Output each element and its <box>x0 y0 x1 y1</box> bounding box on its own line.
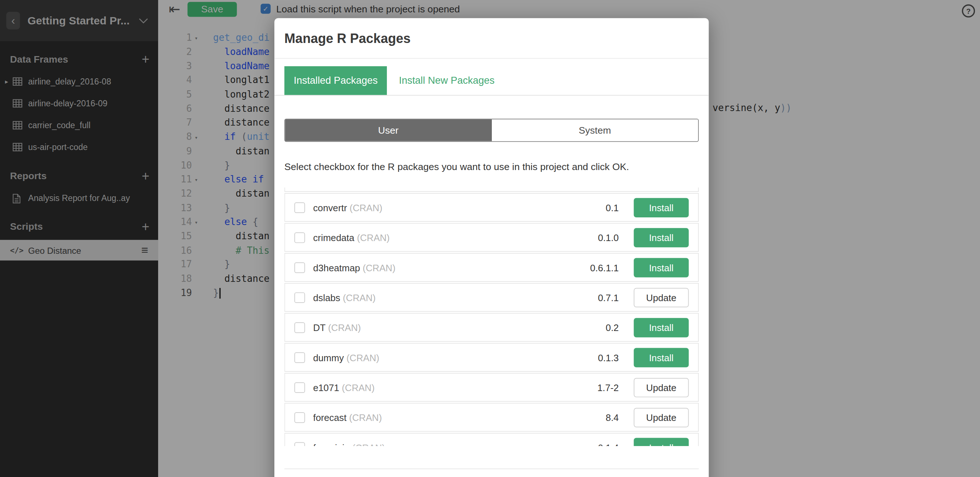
package-action-button[interactable]: Install <box>634 348 689 367</box>
package-repo: (CRAN) <box>347 352 379 363</box>
instruction-text: Select checkbox for the R packages you w… <box>285 161 699 173</box>
package-version: 0.6.1.1 <box>590 262 619 273</box>
scope-user-button[interactable]: User <box>285 119 492 141</box>
package-row: DT (CRAN) 0.2 Install <box>285 313 699 342</box>
package-checkbox[interactable] <box>294 322 305 332</box>
dialog-header: Manage R Packages <box>274 18 709 59</box>
package-checkbox[interactable] <box>294 232 305 243</box>
package-repo: (CRAN) <box>328 322 361 332</box>
scope-segmented-control: User System <box>285 119 699 142</box>
package-list[interactable]: convertr (CRAN) 0.1 Install crimedata (C… <box>285 188 699 446</box>
package-version: 0.1.4 <box>598 442 619 446</box>
package-name: dummy (CRAN) <box>313 352 379 363</box>
package-action-button[interactable]: Update <box>634 407 689 427</box>
package-action-button[interactable]: Install <box>634 318 689 337</box>
package-checkbox[interactable] <box>294 262 305 273</box>
package-checkbox[interactable] <box>294 442 305 446</box>
package-checkbox[interactable] <box>294 412 305 422</box>
dialog-title: Manage R Packages <box>285 31 699 46</box>
package-checkbox[interactable] <box>294 382 305 393</box>
package-name: fuzzyjoin (CRAN) <box>313 442 385 446</box>
package-name: convertr (CRAN) <box>313 202 382 213</box>
package-version: 0.1 <box>606 202 619 213</box>
package-repo: (CRAN) <box>343 292 375 302</box>
package-repo: (CRAN) <box>352 442 385 446</box>
package-name: forecast (CRAN) <box>313 412 382 422</box>
package-version: 0.7.1 <box>598 292 619 302</box>
package-checkbox[interactable] <box>294 202 305 213</box>
tab-install-new-packages[interactable]: Install New Packages <box>396 66 497 95</box>
package-action-button[interactable]: Install <box>634 438 689 446</box>
screen: ‹ Getting Started Pr... Data Frames + ▸ … <box>0 0 980 477</box>
package-name: DT (CRAN) <box>313 322 361 332</box>
package-row: d3heatmap (CRAN) 0.6.1.1 Install <box>285 253 699 282</box>
package-checkbox[interactable] <box>294 352 305 363</box>
package-name: crimedata (CRAN) <box>313 232 390 243</box>
package-action-button[interactable]: Update <box>634 378 689 397</box>
package-row: forecast (CRAN) 8.4 Update <box>285 403 699 432</box>
package-name: e1071 (CRAN) <box>313 382 374 393</box>
package-action-button[interactable]: Install <box>634 258 689 277</box>
dialog-content: User System Select checkbox for the R pa… <box>274 119 709 477</box>
dialog-tabs: Installed Packages Install New Packages <box>274 59 709 95</box>
package-repo: (CRAN) <box>350 202 383 213</box>
package-version: 8.4 <box>606 412 619 422</box>
scope-system-button[interactable]: System <box>492 119 698 141</box>
package-action-button[interactable]: Update <box>634 288 689 307</box>
package-row: crimedata (CRAN) 0.1.0 Install <box>285 223 699 251</box>
dialog-footer <box>285 469 699 477</box>
app-root: ‹ Getting Started Pr... Data Frames + ▸ … <box>0 0 980 477</box>
package-repo: (CRAN) <box>357 232 390 243</box>
package-row: e1071 (CRAN) 1.7-2 Update <box>285 373 699 402</box>
package-version: 0.2 <box>606 322 619 332</box>
manage-r-packages-dialog: Manage R Packages Installed Packages Ins… <box>274 18 709 477</box>
package-checkbox[interactable] <box>294 292 305 302</box>
package-version: 0.1.3 <box>598 352 619 363</box>
package-repo: (CRAN) <box>349 412 382 422</box>
package-action-button[interactable]: Install <box>634 198 689 217</box>
package-row: dslabs (CRAN) 0.7.1 Update <box>285 283 699 312</box>
package-row: dummy (CRAN) 0.1.3 Install <box>285 343 699 372</box>
tab-installed-packages[interactable]: Installed Packages <box>285 66 387 95</box>
package-row: fuzzyjoin (CRAN) 0.1.4 Install <box>285 433 699 446</box>
package-name: d3heatmap (CRAN) <box>313 262 395 273</box>
package-version: 0.1.0 <box>598 232 619 243</box>
package-row: convertr (CRAN) 0.1 Install <box>285 193 699 222</box>
package-action-button[interactable]: Install <box>634 227 689 247</box>
package-row-partial <box>285 188 699 192</box>
package-repo: (CRAN) <box>363 262 395 273</box>
package-name: dslabs (CRAN) <box>313 292 375 302</box>
package-version: 1.7-2 <box>597 382 619 393</box>
package-repo: (CRAN) <box>342 382 374 393</box>
